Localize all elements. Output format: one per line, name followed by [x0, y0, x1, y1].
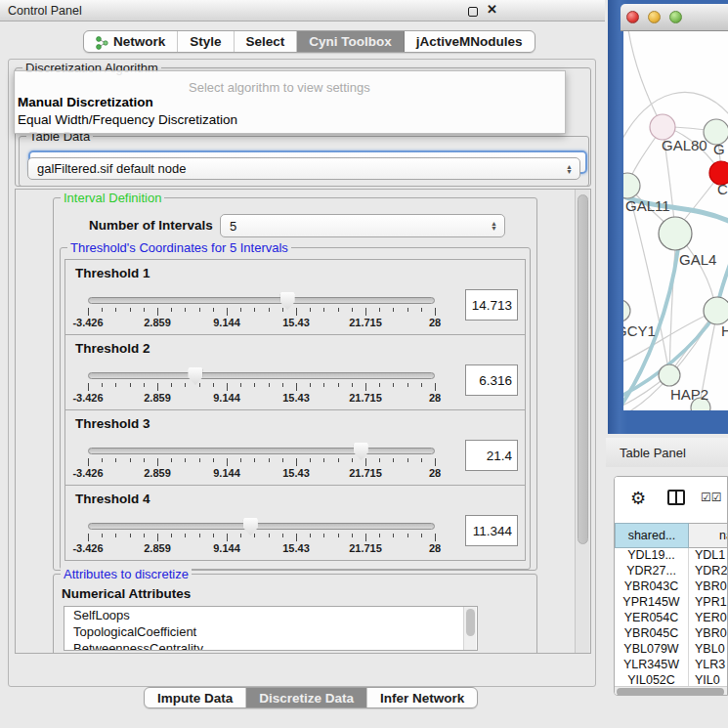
- settings-scrollbar[interactable]: [575, 190, 589, 653]
- attribute-list-item[interactable]: TopologicalCoefficient: [64, 623, 477, 640]
- table-cell-name[interactable]: YDR2: [689, 564, 727, 579]
- tick-mark: [379, 534, 380, 537]
- h-node[interactable]: [704, 297, 728, 324]
- threshold-slider[interactable]: [88, 523, 435, 530]
- gal4-node[interactable]: [659, 217, 692, 250]
- num-intervals-combo[interactable]: 5 ▲▼: [220, 214, 505, 237]
- tick-mark: [115, 308, 116, 312]
- table-cell-shared-name[interactable]: YBL079W: [615, 642, 689, 658]
- gal11-node[interactable]: [623, 173, 640, 198]
- tab-cyni-toolbox[interactable]: Cyni Toolbox: [297, 31, 405, 52]
- close-traffic-light[interactable]: [626, 11, 639, 23]
- table-cell-shared-name[interactable]: YBR043C: [615, 579, 689, 595]
- tab-network-label: Network: [113, 34, 165, 49]
- table-row[interactable]: YDR27...YDR2: [615, 564, 728, 579]
- tick-mark: [310, 308, 311, 312]
- table-cell-name[interactable]: YBR0: [689, 626, 727, 642]
- table-hscrollbar-thumb[interactable]: [617, 688, 724, 696]
- tick-label: -3.426: [72, 317, 103, 328]
- gear-icon[interactable]: ⚙: [630, 488, 646, 509]
- table-cell-shared-name[interactable]: YBR045C: [615, 626, 689, 642]
- tick-label: 2.859: [144, 317, 171, 328]
- numerical-attributes-list[interactable]: SelfLoopsTopologicalCoefficientBetweenne…: [64, 606, 478, 651]
- threshold-slider[interactable]: [88, 372, 435, 379]
- gcy1-node[interactable]: [623, 300, 630, 321]
- tick-label: 21.715: [349, 467, 382, 479]
- threshold-value-field[interactable]: [465, 289, 518, 321]
- interval-definition-title: Interval Definition: [61, 191, 164, 205]
- threshold-slider[interactable]: [88, 297, 435, 304]
- hap2-node[interactable]: [659, 364, 680, 386]
- select-columns-icon[interactable]: ☑☑: [701, 491, 722, 504]
- slider-tick-labels: -3.4262.8599.14415.4321.71528: [88, 317, 435, 328]
- control-panel-titlebar: Control Panel ✕: [0, 0, 605, 21]
- split-columns-icon[interactable]: [667, 490, 685, 505]
- tab-jactivemnodules[interactable]: jActiveMNodules: [405, 31, 535, 52]
- tick-mark: [393, 383, 394, 387]
- table-cell-name[interactable]: YPR1: [689, 595, 727, 611]
- attribute-list-item[interactable]: SelfLoops: [64, 607, 477, 623]
- tab-select[interactable]: Select: [235, 31, 298, 52]
- num-intervals-label: Number of Intervals: [89, 218, 213, 233]
- threshold-value-field[interactable]: [465, 515, 518, 546]
- network-canvas[interactable]: GAL80GCGAL11GAL4GCY1HHAP2: [623, 31, 728, 410]
- tick-mark: [323, 383, 324, 387]
- tick-mark: [338, 534, 339, 537]
- zoom-traffic-light[interactable]: [669, 11, 682, 23]
- settings-scrollbar-thumb[interactable]: [578, 194, 588, 544]
- close-icon[interactable]: ✕: [487, 2, 497, 17]
- table-cell-shared-name[interactable]: YPR145W: [615, 595, 689, 611]
- tick-mark: [269, 458, 270, 462]
- tab-impute-data[interactable]: Impute Data: [145, 688, 246, 707]
- table-cell-name[interactable]: YLR3: [689, 658, 725, 673]
- table-cell-shared-name[interactable]: YER054C: [615, 611, 689, 626]
- tick-mark: [282, 383, 283, 387]
- list-scrollbar[interactable]: [463, 607, 476, 650]
- tick-mark: [130, 308, 131, 312]
- table-cell-name[interactable]: YBL0: [689, 642, 725, 658]
- table-row[interactable]: YDL19...YDL1: [615, 548, 728, 564]
- table-row[interactable]: YPR145WYPR1: [615, 595, 728, 611]
- slider-ticks: [88, 534, 435, 542]
- threshold-slider[interactable]: [88, 448, 435, 454]
- tab-infer-network[interactable]: Infer Network: [367, 688, 477, 707]
- tick-mark: [282, 534, 283, 537]
- table-toolbar: ⚙ ☑☑: [615, 477, 727, 522]
- float-window-icon[interactable]: [468, 7, 478, 17]
- tick-mark: [157, 383, 158, 391]
- dropdown-item-equal-width-frequency[interactable]: Equal Width/Frequency Discretization: [18, 112, 237, 127]
- column-header-shared-name[interactable]: shared...: [615, 523, 689, 548]
- table-cell-shared-name[interactable]: YDL19...: [615, 548, 689, 564]
- table-hscrollbar[interactable]: [615, 686, 728, 696]
- table-cell-shared-name[interactable]: YLR345W: [615, 658, 689, 673]
- tab-style[interactable]: Style: [178, 31, 234, 52]
- tick-mark: [365, 308, 366, 316]
- table-row[interactable]: YER054CYER0: [615, 611, 728, 626]
- threshold-value-field[interactable]: [465, 440, 518, 471]
- table-row[interactable]: YBR043CYBR0: [615, 579, 728, 595]
- threshold-value-field[interactable]: [465, 364, 518, 396]
- table-cell-name[interactable]: YBR0: [689, 579, 727, 595]
- table-data-combo[interactable]: galFiltered.sif default node ▲▼: [27, 157, 580, 180]
- tab-network[interactable]: Network: [84, 31, 178, 52]
- tick-mark: [157, 534, 158, 541]
- tick-mark: [393, 308, 394, 312]
- table-row[interactable]: YBR045CYBR0: [615, 626, 728, 642]
- tick-label: 15.43: [282, 317, 310, 328]
- table-cell-shared-name[interactable]: YDR27...: [615, 564, 689, 579]
- tick-mark: [352, 383, 353, 387]
- dropdown-item-manual-discretization[interactable]: Manual Discretization: [18, 95, 153, 109]
- tick-mark: [171, 383, 172, 387]
- table-cell-name[interactable]: YER0: [689, 611, 727, 626]
- table-cell-name[interactable]: YDL1: [689, 548, 725, 564]
- table-row[interactable]: YLR345WYLR3: [615, 658, 728, 673]
- tab-discretize-data[interactable]: Discretize Data: [246, 688, 367, 707]
- network-window-titlebar[interactable]: [621, 4, 728, 31]
- tick-mark: [282, 458, 283, 462]
- table-row[interactable]: YBL079WYBL0: [615, 642, 728, 658]
- minimize-traffic-light[interactable]: [648, 11, 661, 23]
- attribute-list-item[interactable]: BetweennessCentrality: [64, 640, 477, 651]
- column-header-name[interactable]: na: [689, 523, 728, 548]
- tick-mark: [421, 458, 422, 462]
- threshold-label: Threshold 1: [75, 266, 150, 280]
